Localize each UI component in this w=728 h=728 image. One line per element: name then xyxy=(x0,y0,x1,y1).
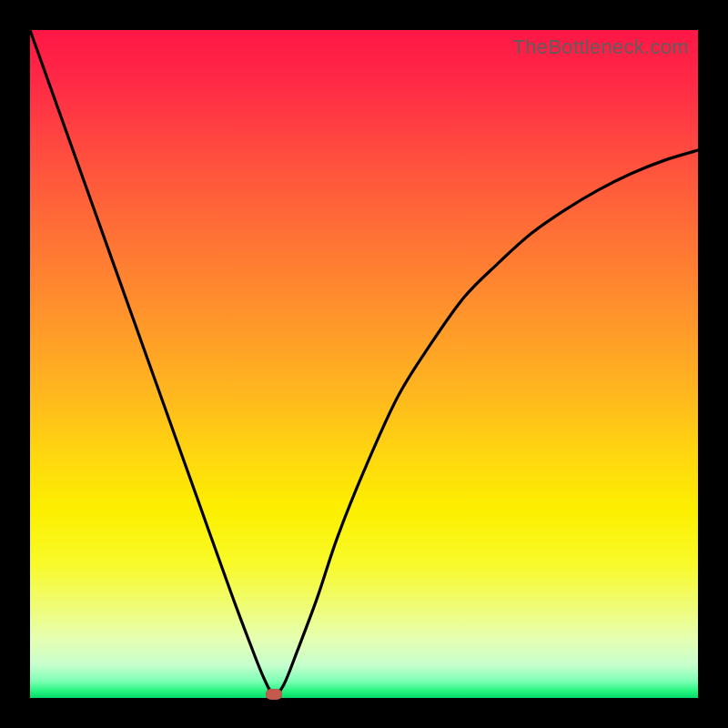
chart-container: TheBottleneck.com xyxy=(0,0,728,728)
watermark-text: TheBottleneck.com xyxy=(513,35,689,59)
plot-area: TheBottleneck.com xyxy=(30,30,698,698)
bottleneck-curve xyxy=(30,30,698,698)
optimal-point-marker xyxy=(266,689,282,700)
